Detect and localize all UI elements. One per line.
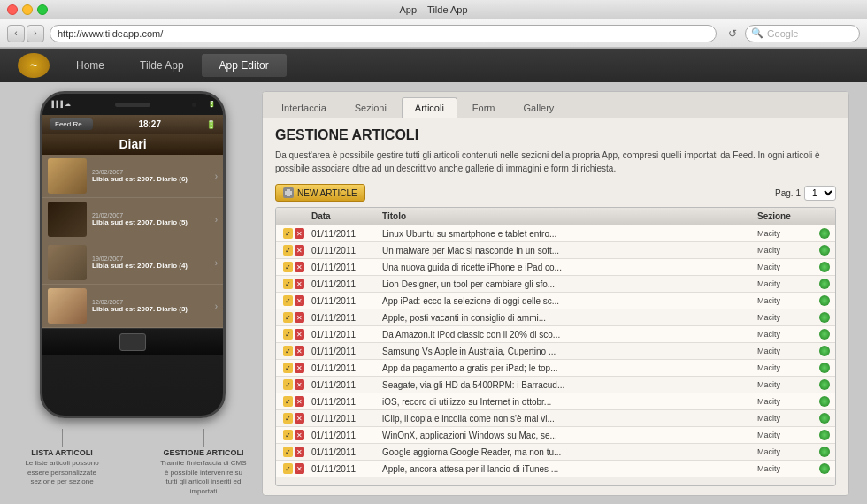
- td-sezione: Macity: [754, 278, 816, 290]
- traffic-lights: [7, 4, 48, 15]
- pagination-select[interactable]: 1 2: [804, 186, 836, 201]
- cms-panel: Interfaccia Sezioni Articoli Form Galler…: [262, 91, 849, 496]
- delete-icon[interactable]: ✕: [295, 396, 304, 407]
- status-indicator: [819, 279, 830, 289]
- url-text: http://www.tildeapp.com/: [58, 28, 163, 39]
- td-sezione: Macity: [754, 378, 816, 391]
- tab-sezioni[interactable]: Sezioni: [341, 97, 400, 118]
- check-icon[interactable]: ✓: [283, 245, 293, 256]
- table-row[interactable]: ✓ ✕ 01/11/2011 Seagate, via gli HD da 54…: [276, 377, 835, 393]
- td-actions: ✓ ✕: [280, 411, 308, 425]
- nav-item-home[interactable]: Home: [58, 54, 122, 77]
- table-row[interactable]: ✓ ✕ 01/11/2011 App iPad: ecco la selezio…: [276, 293, 835, 309]
- list-item[interactable]: 12/02/2007 Libia sud est 2007. Diario (3…: [42, 285, 223, 328]
- phone-feed-button[interactable]: Feed Re...: [50, 118, 93, 130]
- check-icon[interactable]: ✓: [283, 463, 293, 474]
- check-icon[interactable]: ✓: [283, 430, 293, 440]
- gestione-articoli-desc: Tramite l'interfaccia di CMS è possibile…: [159, 459, 248, 496]
- check-icon[interactable]: ✓: [283, 396, 293, 407]
- check-icon[interactable]: ✓: [283, 295, 293, 306]
- tab-interfaccia[interactable]: Interfaccia: [268, 97, 340, 118]
- td-sezione: Macity: [754, 227, 816, 240]
- back-button[interactable]: ‹: [7, 25, 25, 42]
- main-content: ▐▐▐ ☁ 🔋 Feed Re... 18:27 🔋 Diari: [0, 82, 867, 504]
- list-item[interactable]: 19/02/2007 Libia sud est 2007. Diario (4…: [42, 241, 223, 285]
- delete-icon[interactable]: ✕: [295, 245, 304, 256]
- delete-icon[interactable]: ✕: [295, 279, 304, 289]
- table-row[interactable]: ✓ ✕ 01/11/2011 Da Amazon.it iPod classic…: [276, 326, 835, 343]
- table-row[interactable]: ✓ ✕ 01/11/2011 Apple, ancora attesa per …: [276, 461, 835, 477]
- delete-icon[interactable]: ✕: [295, 312, 304, 323]
- delete-icon[interactable]: ✕: [295, 413, 304, 424]
- check-icon[interactable]: ✓: [283, 413, 293, 424]
- status-indicator: [819, 295, 830, 306]
- delete-icon[interactable]: ✕: [295, 463, 304, 474]
- td-date: 01/11/2011: [308, 462, 379, 476]
- forward-button[interactable]: ›: [27, 25, 44, 42]
- table-row[interactable]: ✓ ✕ 01/11/2011 WinOnX, applicazioni Wind…: [276, 427, 835, 444]
- td-actions: ✓ ✕: [280, 378, 308, 392]
- new-article-button[interactable]: NEW ARTICLE: [275, 184, 365, 202]
- th-actions: [280, 210, 308, 222]
- table-row[interactable]: ✓ ✕ 01/11/2011 Samsung Vs Apple in Austr…: [276, 343, 835, 360]
- check-icon[interactable]: ✓: [283, 312, 293, 323]
- tab-form[interactable]: Form: [459, 97, 509, 118]
- delete-icon[interactable]: ✕: [295, 228, 304, 239]
- table-row[interactable]: ✓ ✕ 01/11/2011 Un malware per Mac si nas…: [276, 242, 835, 259]
- delete-icon[interactable]: ✕: [295, 346, 304, 356]
- check-icon[interactable]: ✓: [283, 329, 293, 340]
- table-row[interactable]: ✓ ✕ 01/11/2011 Lion Designer, un tool pe…: [276, 276, 835, 293]
- td-status: [816, 294, 832, 308]
- delete-icon[interactable]: ✕: [295, 329, 304, 340]
- search-bar[interactable]: 🔍 Google: [745, 25, 860, 42]
- check-icon[interactable]: ✓: [283, 379, 293, 390]
- table-row[interactable]: ✓ ✕ 01/11/2011 iOS, record di utilizzo s…: [276, 393, 835, 410]
- new-article-label: NEW ARTICLE: [297, 188, 357, 198]
- nav-item-tildeapp[interactable]: Tilde App: [122, 54, 202, 77]
- phone-battery-icon: 🔋: [206, 120, 216, 129]
- td-sezione: Macity: [754, 261, 816, 273]
- tab-articoli[interactable]: Articoli: [402, 97, 457, 118]
- tab-gallery[interactable]: Gallery: [510, 97, 568, 118]
- minimize-button[interactable]: [22, 4, 33, 15]
- pagination: Pag. 1 1 2: [775, 186, 836, 201]
- check-icon[interactable]: ✓: [283, 228, 293, 239]
- list-item[interactable]: 21/02/2007 Libia sud est 2007. Diario (5…: [42, 198, 223, 241]
- table-row[interactable]: ✓ ✕ 01/11/2011 App da pagamento a gratis…: [276, 360, 835, 377]
- delete-icon[interactable]: ✕: [295, 295, 304, 306]
- check-icon[interactable]: ✓: [283, 447, 293, 457]
- table-row[interactable]: ✓ ✕ 01/11/2011 iClip, il copia e incolla…: [276, 410, 835, 427]
- delete-icon[interactable]: ✕: [295, 262, 304, 272]
- phone-label-gestione: GESTIONE ARTICOLI Tramite l'interfaccia …: [159, 429, 248, 496]
- nav-item-appeditor[interactable]: App Editor: [202, 54, 287, 77]
- phone-time: 18:27: [138, 119, 161, 129]
- close-button[interactable]: [7, 4, 18, 15]
- check-icon[interactable]: ✓: [283, 346, 293, 356]
- address-bar[interactable]: http://www.tildeapp.com/: [50, 25, 717, 42]
- delete-icon[interactable]: ✕: [295, 363, 304, 373]
- td-title: Samsung Vs Apple in Australia, Cupertino…: [379, 345, 754, 358]
- check-icon[interactable]: ✓: [283, 363, 293, 373]
- cms-body: GESTIONE ARTICOLI Da quest'area è possib…: [263, 118, 848, 495]
- table-row[interactable]: ✓ ✕ 01/11/2011 Apple, posti vacanti in c…: [276, 309, 835, 326]
- maximize-button[interactable]: [37, 4, 48, 15]
- delete-icon[interactable]: ✕: [295, 447, 304, 457]
- page: ~ Home Tilde App App Editor ▐▐▐ ☁ 🔋 Feed…: [0, 49, 867, 504]
- check-icon[interactable]: ✓: [283, 262, 293, 272]
- td-title: Linux Ubuntu su smartphone e tablet entr…: [379, 227, 754, 241]
- table-row[interactable]: ✓ ✕ 01/11/2011 Linux Ubuntu su smartphon…: [276, 225, 835, 242]
- table-row[interactable]: ✓ ✕ 01/11/2011 Google aggiorna Google Re…: [276, 444, 835, 461]
- delete-icon[interactable]: ✕: [295, 430, 304, 440]
- phone-speaker: [115, 103, 150, 107]
- td-title: iClip, il copia e incolla come non s'è m…: [379, 412, 754, 425]
- status-indicator: [819, 245, 830, 256]
- check-icon[interactable]: ✓: [283, 279, 293, 289]
- list-item[interactable]: 23/02/2007 Libia sud est 2007. Diario (6…: [42, 155, 223, 198]
- td-actions: ✓ ✕: [280, 344, 308, 358]
- reload-button[interactable]: ↺: [725, 27, 740, 41]
- phone-thumb: [48, 202, 87, 237]
- delete-icon[interactable]: ✕: [295, 379, 304, 390]
- search-icon: 🔍: [751, 27, 763, 39]
- table-row[interactable]: ✓ ✕ 01/11/2011 Una nuova guida di ricett…: [276, 259, 835, 276]
- td-actions: ✓ ✕: [280, 277, 308, 291]
